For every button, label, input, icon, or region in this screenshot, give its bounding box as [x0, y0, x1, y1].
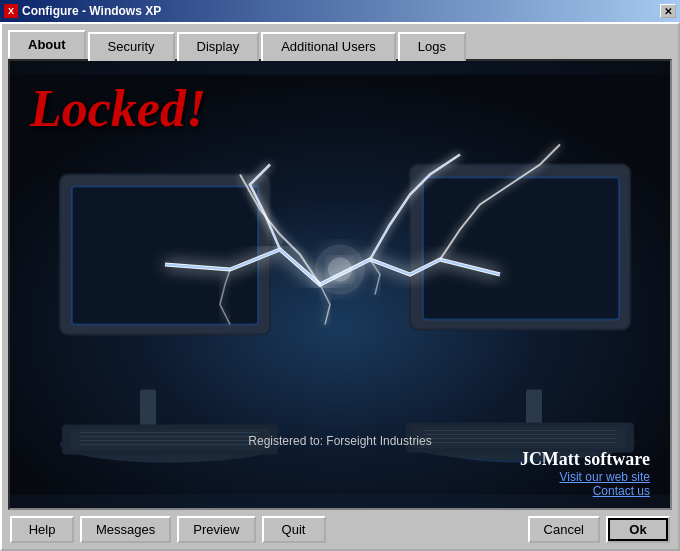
content-area: Locked! Registered to: Forseight Industr… — [8, 59, 672, 510]
locked-title: Locked! — [30, 79, 206, 138]
background-scene: Locked! Registered to: Forseight Industr… — [10, 61, 670, 508]
brand-web-link[interactable]: Visit our web site — [520, 470, 650, 484]
svg-rect-11 — [423, 178, 619, 320]
title-bar-icon: X — [4, 4, 18, 18]
help-button[interactable]: Help — [10, 516, 74, 543]
ok-button[interactable]: Ok — [606, 516, 670, 543]
quit-button[interactable]: Quit — [262, 516, 326, 543]
brand-contact-link[interactable]: Contact us — [520, 484, 650, 498]
messages-button[interactable]: Messages — [80, 516, 171, 543]
button-bar: Help Messages Preview Quit Cancel Ok — [2, 510, 678, 549]
tab-additional-users[interactable]: Additional Users — [261, 32, 396, 61]
tab-logs[interactable]: Logs — [398, 32, 466, 61]
brand-block: JCMatt software Visit our web site Conta… — [520, 449, 650, 498]
registration-text: Registered to: Forseight Industries — [248, 434, 431, 448]
svg-point-28 — [328, 258, 352, 282]
tab-bar: About Security Display Additional Users … — [2, 24, 678, 59]
svg-rect-6 — [72, 187, 258, 325]
tab-about[interactable]: About — [8, 30, 86, 59]
svg-rect-15 — [70, 429, 270, 451]
tab-security[interactable]: Security — [88, 32, 175, 61]
svg-rect-22 — [414, 427, 626, 449]
main-window: About Security Display Additional Users … — [0, 22, 680, 551]
preview-button[interactable]: Preview — [177, 516, 255, 543]
close-button[interactable]: ✕ — [660, 4, 676, 18]
brand-title: JCMatt software — [520, 449, 650, 470]
title-bar: X Configure - Windows XP ✕ — [0, 0, 680, 22]
tab-display[interactable]: Display — [177, 32, 260, 61]
cancel-button[interactable]: Cancel — [528, 516, 600, 543]
title-bar-title: Configure - Windows XP — [22, 4, 161, 18]
